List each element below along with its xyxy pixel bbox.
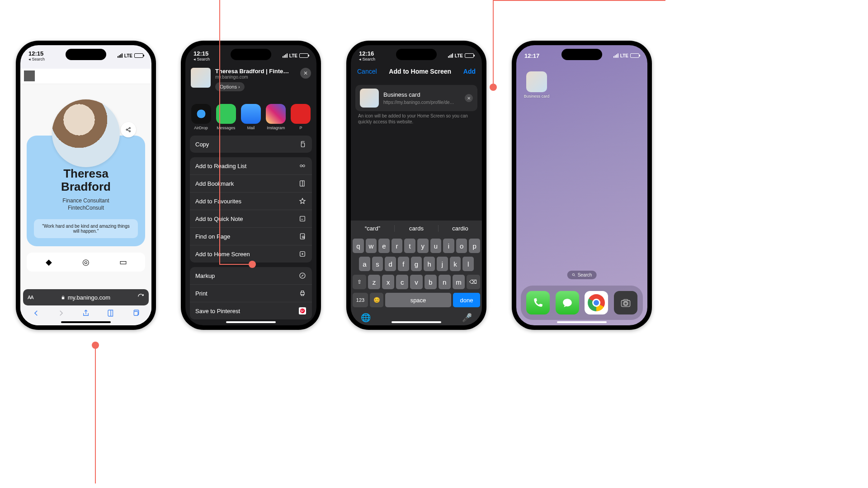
annotation-line-1b [219,264,251,265]
key-m[interactable]: m [453,275,465,289]
add-button[interactable]: Add [463,68,476,75]
action-add-home-screen[interactable]: Add to Home Screen [190,245,312,263]
svg-point-18 [624,302,627,305]
key-h[interactable]: h [424,257,435,271]
app-messages[interactable]: Messages [215,104,237,130]
mic-key[interactable]: 🎤 [462,313,472,323]
action-markup[interactable]: Markup [190,267,312,285]
battery-icon [299,53,308,58]
key-y[interactable]: y [417,239,429,253]
key-n[interactable]: n [439,275,451,289]
key-d[interactable]: d [385,257,396,271]
signal-icon [448,53,453,58]
suggestion-3[interactable]: cardio [439,225,482,232]
key-z[interactable]: z [368,275,380,289]
action-bookmark[interactable]: Add Bookmark [190,175,312,192]
action-quick-note[interactable]: Add to Quick Note [190,210,312,228]
key-f[interactable]: f [398,257,409,271]
action-print[interactable]: Print [190,285,312,302]
back-to-search[interactable]: ◂ Search [28,57,45,61]
share-profile-button[interactable] [121,122,136,137]
key-l[interactable]: l [462,257,474,271]
spotlight-search[interactable]: Search [567,271,597,279]
action-copy[interactable]: Copy [190,136,312,153]
key-k[interactable]: k [450,257,461,271]
key-s[interactable]: s [372,257,383,271]
network-label: LTE [620,53,628,58]
key-w[interactable]: w [366,239,377,253]
key-c[interactable]: c [396,275,408,289]
annotation-dot-step3 [490,84,497,91]
shift-key[interactable]: ⇧ [353,275,366,289]
dock-app-messages[interactable] [556,291,579,314]
battery-icon [465,53,474,58]
safari-address-bar[interactable]: AA my.baningo.com [23,289,149,305]
share-app-row[interactable]: AirDrop Messages Mail Instagram P [185,104,316,130]
back-to-search[interactable]: ◂ Search [193,57,210,61]
action-icon-1[interactable]: ◆ [42,256,56,268]
key-j[interactable]: j [437,257,448,271]
app-mail[interactable]: Mail [240,104,262,130]
back-to-search[interactable]: ◂ Search [359,57,375,61]
signal-icon [613,53,618,58]
close-button[interactable]: ✕ [300,68,311,79]
globe-key[interactable]: 🌐 [361,313,371,323]
key-e[interactable]: e [378,239,390,253]
key-r[interactable]: r [392,239,403,253]
phone-3-add-to-home: 12:16 ◂ Search LTE Cancel Add to Home Sc… [346,41,486,330]
app-more[interactable]: P [290,104,312,130]
cancel-button[interactable]: Cancel [357,68,377,75]
suggestion-2[interactable]: cards [395,225,439,232]
action-icon-2[interactable]: ◎ [79,256,93,268]
status-time: 12:15 [193,50,208,57]
dock-app-phone[interactable] [526,291,550,314]
key-x[interactable]: x [382,275,394,289]
name-input[interactable]: Business card [383,91,456,98]
edit-actions-button[interactable]: Edit Actions... [190,324,312,325]
home-indicator[interactable] [61,321,111,323]
home-indicator[interactable] [392,321,441,323]
share-icon [82,309,90,317]
action-icon-3[interactable]: ▭ [116,256,130,268]
emoji-key[interactable]: 😊 [370,293,383,307]
app-airdrop[interactable]: AirDrop [190,104,212,130]
number-key[interactable]: 123 [353,293,368,307]
key-i[interactable]: i [443,239,454,253]
action-pinterest[interactable]: Save to Pinterest [190,302,312,319]
action-reading-list[interactable]: Add to Reading List [190,157,312,175]
backspace-key[interactable]: ⌫ [467,275,480,289]
share-nodes-icon [125,127,132,133]
text-size-button[interactable]: AA [28,295,33,300]
key-v[interactable]: v [410,275,422,289]
annotation-dot-step1 [92,342,99,349]
share-button[interactable] [82,309,90,319]
reload-button[interactable] [137,293,144,301]
key-q[interactable]: q [353,239,364,253]
key-t[interactable]: t [404,239,415,253]
action-find[interactable]: Find on Page [190,228,312,245]
key-g[interactable]: g [411,257,422,271]
action-favourites[interactable]: Add to Favourites [190,192,312,210]
clear-text-button[interactable]: ✕ [465,94,473,102]
home-indicator[interactable] [557,321,607,323]
back-button[interactable] [32,309,40,319]
done-key[interactable]: done [453,293,480,307]
suggestion-1[interactable]: “card” [351,225,395,232]
space-key[interactable]: space [385,293,451,307]
dock-app-camera[interactable] [614,291,637,314]
profile-name-line1: Theresa [34,167,138,180]
key-p[interactable]: p [469,239,480,253]
key-b[interactable]: b [425,275,437,289]
key-u[interactable]: u [430,239,442,253]
key-a[interactable]: a [359,257,370,271]
tabs-button[interactable] [132,309,140,319]
printer-icon [298,289,307,297]
url-display[interactable]: my.baningo.com [33,294,137,301]
app-instagram[interactable]: Instagram [265,104,287,130]
key-o[interactable]: o [456,239,467,253]
bookmarks-button[interactable] [107,309,115,319]
home-screen-shortcut[interactable]: Business card [524,71,550,99]
keyboard: qwertyuiop asdfghjkl ⇧ zxcvbnm⌫ 123 😊 sp… [351,236,482,325]
home-indicator[interactable] [226,321,276,323]
dock-app-chrome[interactable] [585,291,608,314]
